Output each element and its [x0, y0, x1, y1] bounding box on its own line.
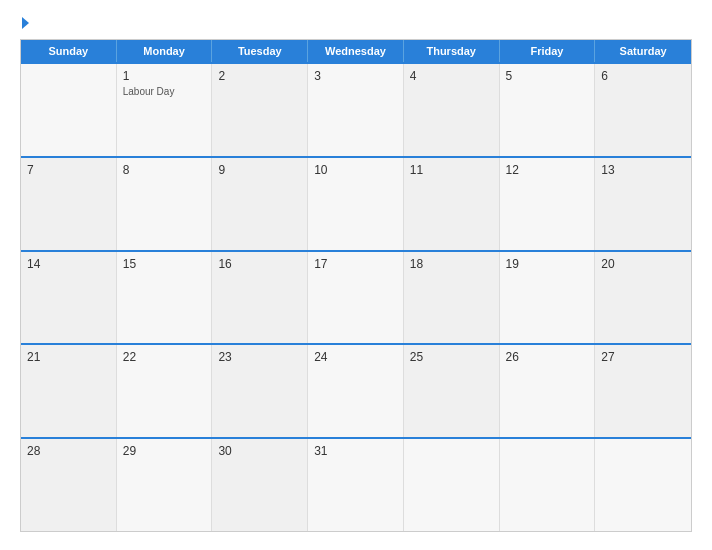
day-cell: 27 — [595, 345, 691, 437]
day-number: 25 — [410, 350, 493, 364]
day-number: 31 — [314, 444, 397, 458]
day-number: 21 — [27, 350, 110, 364]
day-number: 17 — [314, 257, 397, 271]
day-number: 5 — [506, 69, 589, 83]
day-cell: 7 — [21, 158, 117, 250]
day-number: 27 — [601, 350, 685, 364]
day-cell: 29 — [117, 439, 213, 531]
day-number: 13 — [601, 163, 685, 177]
day-cell: 12 — [500, 158, 596, 250]
day-cell: 21 — [21, 345, 117, 437]
day-cell: 28 — [21, 439, 117, 531]
week-row-1: 1Labour Day23456 — [21, 62, 691, 156]
day-cell: 5 — [500, 64, 596, 156]
day-cell: 9 — [212, 158, 308, 250]
day-number: 12 — [506, 163, 589, 177]
day-number: 2 — [218, 69, 301, 83]
week-row-4: 21222324252627 — [21, 343, 691, 437]
week-row-2: 78910111213 — [21, 156, 691, 250]
weeks-container: 1Labour Day23456789101112131415161718192… — [21, 62, 691, 531]
day-cell: 23 — [212, 345, 308, 437]
day-number: 20 — [601, 257, 685, 271]
day-number: 14 — [27, 257, 110, 271]
day-header-sunday: Sunday — [21, 40, 117, 62]
day-cell: 17 — [308, 252, 404, 344]
logo-triangle-icon — [22, 17, 29, 29]
day-number: 16 — [218, 257, 301, 271]
day-number: 22 — [123, 350, 206, 364]
day-cell: 20 — [595, 252, 691, 344]
day-number: 7 — [27, 163, 110, 177]
day-number: 26 — [506, 350, 589, 364]
day-header-saturday: Saturday — [595, 40, 691, 62]
day-cell: 19 — [500, 252, 596, 344]
day-number: 9 — [218, 163, 301, 177]
day-number: 28 — [27, 444, 110, 458]
day-cell — [21, 64, 117, 156]
day-cell: 15 — [117, 252, 213, 344]
calendar-grid: SundayMondayTuesdayWednesdayThursdayFrid… — [20, 39, 692, 532]
day-number: 15 — [123, 257, 206, 271]
day-number: 18 — [410, 257, 493, 271]
holiday-label: Labour Day — [123, 85, 206, 98]
day-cell: 14 — [21, 252, 117, 344]
logo — [20, 18, 29, 29]
day-cell: 3 — [308, 64, 404, 156]
day-number: 10 — [314, 163, 397, 177]
day-cell: 26 — [500, 345, 596, 437]
day-cell: 22 — [117, 345, 213, 437]
week-row-3: 14151617181920 — [21, 250, 691, 344]
day-cell: 6 — [595, 64, 691, 156]
day-header-friday: Friday — [500, 40, 596, 62]
day-number: 30 — [218, 444, 301, 458]
day-cell — [595, 439, 691, 531]
day-header-thursday: Thursday — [404, 40, 500, 62]
day-number: 24 — [314, 350, 397, 364]
day-cell: 1Labour Day — [117, 64, 213, 156]
week-row-5: 28293031 — [21, 437, 691, 531]
day-cell — [404, 439, 500, 531]
day-cell — [500, 439, 596, 531]
day-number: 19 — [506, 257, 589, 271]
day-cell: 25 — [404, 345, 500, 437]
day-cell: 13 — [595, 158, 691, 250]
day-number: 4 — [410, 69, 493, 83]
day-number: 8 — [123, 163, 206, 177]
day-cell: 16 — [212, 252, 308, 344]
day-header-monday: Monday — [117, 40, 213, 62]
day-cell: 31 — [308, 439, 404, 531]
day-header-tuesday: Tuesday — [212, 40, 308, 62]
day-number: 11 — [410, 163, 493, 177]
day-cell: 11 — [404, 158, 500, 250]
day-header-wednesday: Wednesday — [308, 40, 404, 62]
day-cell: 2 — [212, 64, 308, 156]
day-cell: 18 — [404, 252, 500, 344]
day-number: 1 — [123, 69, 206, 83]
day-cell: 24 — [308, 345, 404, 437]
logo-blue-text — [20, 18, 29, 29]
day-cell: 8 — [117, 158, 213, 250]
day-headers-row: SundayMondayTuesdayWednesdayThursdayFrid… — [21, 40, 691, 62]
day-number: 6 — [601, 69, 685, 83]
calendar-header — [20, 18, 692, 29]
day-cell: 4 — [404, 64, 500, 156]
day-cell: 30 — [212, 439, 308, 531]
day-cell: 10 — [308, 158, 404, 250]
day-number: 29 — [123, 444, 206, 458]
day-number: 3 — [314, 69, 397, 83]
day-number: 23 — [218, 350, 301, 364]
